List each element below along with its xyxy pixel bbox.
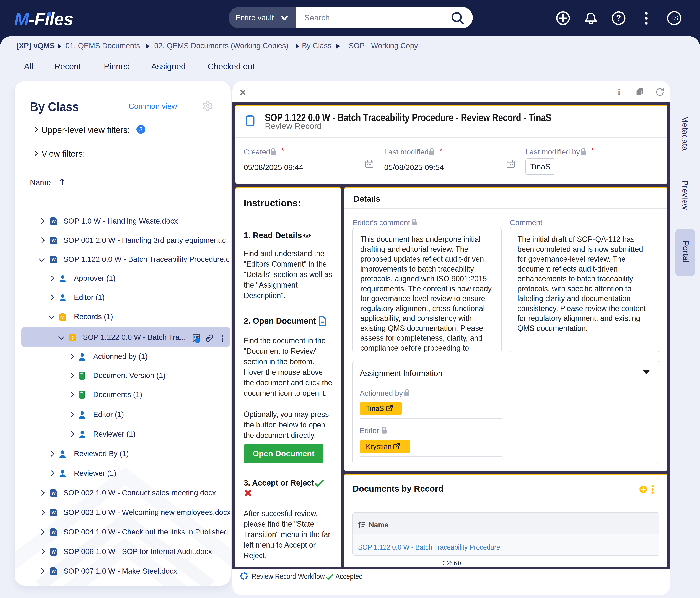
- svg-text:?: ?: [616, 14, 621, 22]
- svg-text:?: ?: [71, 335, 74, 341]
- svg-text:W: W: [52, 219, 56, 224]
- svg-text:W: W: [52, 511, 56, 515]
- svg-text:W: W: [52, 257, 56, 262]
- svg-text:W: W: [52, 530, 56, 535]
- svg-text:?: ?: [61, 315, 64, 320]
- svg-text:W: W: [52, 569, 56, 574]
- svg-text:W: W: [52, 238, 56, 243]
- svg-text:W: W: [52, 491, 56, 496]
- svg-text:W: W: [52, 550, 56, 554]
